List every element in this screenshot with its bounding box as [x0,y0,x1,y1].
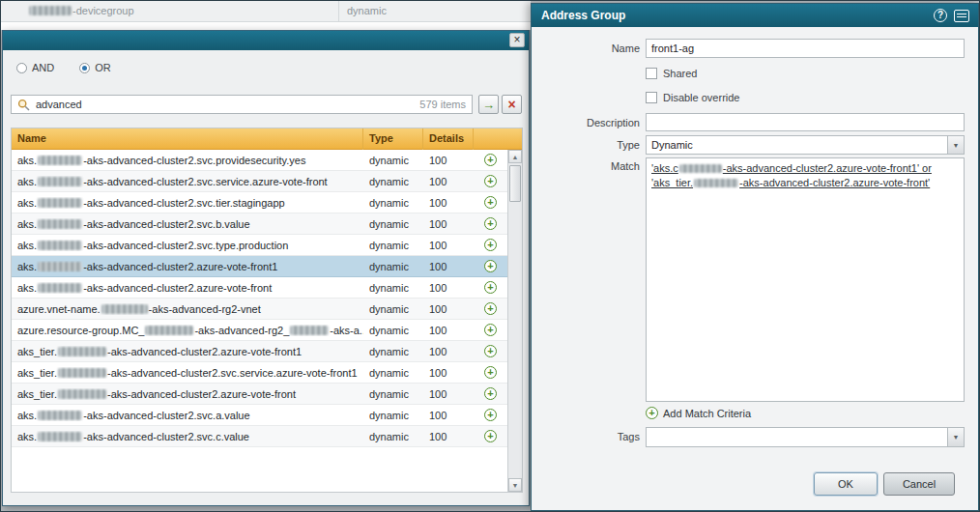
row-details-cell: 100 [423,197,474,209]
add-item-icon[interactable]: + [484,154,497,166]
scrollbar-thumb[interactable] [509,165,521,202]
table-row[interactable]: aks.-aks-advanced-cluster2.svc.tier.stag… [12,192,507,213]
text-fragment: aks. [17,197,37,209]
redacted-text [38,262,82,271]
text-fragment: -aks-advanced-cluster2.azure-vote-front1 [107,346,302,357]
text-fragment: 'aks_tier. [651,177,693,188]
redacted-text [29,6,72,15]
cancel-button[interactable]: Cancel [883,472,955,496]
radio-or[interactable]: OR [79,62,111,73]
radio-and-circle [16,63,27,73]
table-row[interactable]: aks_tier.-aks-advanced-cluster2.svc.serv… [12,362,507,384]
row-details-cell: 100 [423,155,474,166]
add-item-icon[interactable]: + [484,175,497,187]
table-row[interactable]: aks.-aks-advanced-cluster2.svc.type.prod… [12,235,507,256]
table-row[interactable]: aks.-aks-advanced-cluster2.svc.service.a… [12,171,507,192]
redacted-text [38,411,82,420]
text-fragment: aks. [17,431,37,442]
row-type-cell: dynamic [363,410,423,421]
row-type-cell: dynamic [363,388,423,400]
add-item-icon[interactable]: + [484,409,497,421]
redacted-text [38,241,82,250]
radio-and[interactable]: AND [16,62,54,73]
row-details-cell: 100 [423,303,474,315]
row-action-cell: + [474,217,507,230]
add-item-icon[interactable]: + [484,281,497,294]
text-fragment: aks_tier. [17,346,57,357]
table-row[interactable]: aks.-aks-advanced-cluster2.svc.c.valuedy… [12,426,507,447]
text-fragment: azure.vnet-name. [17,303,101,315]
name-field[interactable]: front1-ag [646,39,965,58]
table-row[interactable]: azure.resource-group.MC_-aks-advanced-rg… [12,320,507,341]
row-details-cell: 100 [423,346,474,357]
add-item-icon[interactable]: + [484,324,497,336]
apply-filter-button[interactable]: → [478,95,499,114]
add-item-icon[interactable]: + [484,366,497,379]
tags-dropdown[interactable]: ▼ [646,427,965,447]
text-fragment: -aks-advanced-cluster2.svc.service.azure… [107,367,358,379]
search-input[interactable]: advanced 579 items [11,95,473,114]
match-line: 'aks_tier.-aks-advanced-cluster2.azure-v… [651,176,959,190]
table-row[interactable]: aks.-aks-advanced-cluster2.svc.providese… [12,150,507,171]
close-icon[interactable]: × [509,33,525,47]
column-header-name[interactable]: Name [12,128,363,150]
add-match-criteria-button[interactable]: + Add Match Criteria [646,407,751,419]
table-row[interactable]: aks.-aks-advanced-cluster2.svc.b.valuedy… [12,213,507,235]
redacted-text [101,304,148,314]
redacted-text [38,177,82,186]
add-item-icon[interactable]: + [484,387,497,400]
scroll-up-icon[interactable]: ▲ [508,150,522,163]
row-type-cell: dynamic [363,346,423,357]
table-row[interactable]: aks_tier.-aks-advanced-cluster2.azure-vo… [12,341,507,362]
docs-icon[interactable] [954,10,969,24]
table-row[interactable]: aks.-aks-advanced-cluster2.azure-vote-fr… [12,277,507,299]
row-name-cell: aks.-aks-advanced-cluster2.azure-vote-fr… [12,282,363,294]
row-details-cell: 100 [423,261,474,272]
add-item-icon[interactable]: + [484,217,497,230]
scroll-down-icon[interactable]: ▼ [508,478,522,492]
add-item-icon[interactable]: + [484,196,497,209]
vertical-scrollbar[interactable]: ▲ ▼ [507,150,522,492]
type-dropdown[interactable]: Dynamic ▼ [646,135,965,155]
shared-label: Shared [663,68,697,79]
add-item-icon[interactable]: + [484,239,497,251]
match-textarea[interactable]: 'aks.c-aks-advanced-cluster2.azure-vote-… [646,157,965,402]
table-row[interactable]: aks.-aks-advanced-cluster2.azure-vote-fr… [12,256,507,277]
add-item-icon[interactable]: + [484,302,497,315]
chevron-down-icon[interactable]: ▼ [947,136,964,154]
table-row[interactable]: aks_tier.-aks-advanced-cluster2.azure-vo… [12,384,507,405]
redacted-text [58,368,106,378]
add-item-icon[interactable]: + [484,260,497,272]
address-group-dialog: Address Group ? Name front1-ag Shared Di… [531,3,979,511]
row-action-cell: + [474,302,507,315]
shared-checkbox-box [646,68,657,79]
add-item-icon[interactable]: + [484,430,497,442]
add-item-icon[interactable]: + [484,345,497,357]
row-type-cell: dynamic [363,155,423,166]
description-field[interactable] [646,113,965,131]
table-row[interactable]: aks.-aks-advanced-cluster2.svc.a.valuedy… [12,405,507,426]
row-type-cell: dynamic [363,218,423,230]
column-header-type[interactable]: Type [363,128,423,150]
row-type-cell: dynamic [363,261,423,272]
row-name-cell: aks.-aks-advanced-cluster2.svc.c.value [12,431,363,442]
row-details-cell: 100 [423,388,474,400]
row-action-cell: + [474,239,507,251]
clear-filter-button[interactable]: × [502,95,522,114]
row-action-cell: + [474,366,507,379]
disable-override-checkbox[interactable]: Disable override [646,92,739,103]
match-line: 'aks.c-aks-advanced-cluster2.azure-vote-… [651,161,959,176]
column-header-details[interactable]: Details [423,128,474,150]
search-row: advanced 579 items → × [11,95,523,116]
shared-checkbox[interactable]: Shared [646,68,697,79]
help-icon[interactable]: ? [934,9,947,22]
text-fragment: -aks-advanced-rg2_ [194,325,289,336]
table-row[interactable]: azure.vnet-name.-aks-advanced-rg2-vnetdy… [12,299,507,320]
picker-titlebar: × [3,31,529,50]
row-name-cell: aks_tier.-aks-advanced-cluster2.azure-vo… [12,388,363,400]
row-name-cell: aks.-aks-advanced-cluster2.svc.providese… [12,155,363,166]
ok-button[interactable]: OK [814,472,878,496]
chevron-down-icon[interactable]: ▼ [947,428,964,446]
text-fragment: -aks-advanced-cluster2.azure-vote-front1… [723,162,932,174]
row-type-cell: dynamic [363,176,423,187]
